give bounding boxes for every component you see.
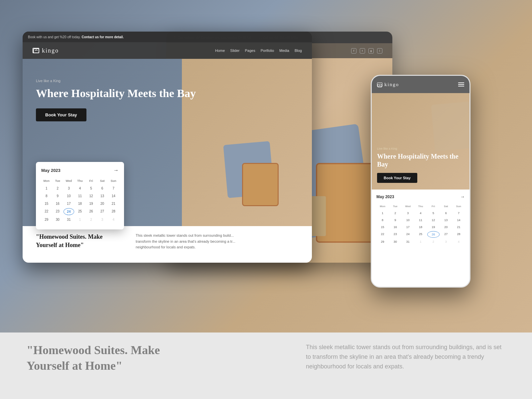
cal-day[interactable]: 27	[97, 208, 108, 215]
mobile-title: Where Hospitality Meets the Bay	[377, 152, 469, 168]
cal-day[interactable]: 29	[41, 216, 52, 223]
nav-portfolio[interactable]: Portfolio	[261, 49, 274, 53]
cal-day[interactable]: 1	[41, 185, 52, 192]
cal-day[interactable]: 2	[53, 185, 63, 192]
cal-day[interactable]: 26	[86, 208, 96, 215]
cal-day[interactable]: 6	[97, 185, 108, 192]
cal-day[interactable]: 9	[53, 193, 63, 199]
mobile-cal-day[interactable]: 31	[402, 239, 414, 245]
mobile-cal-day[interactable]: 25	[414, 231, 427, 238]
cal-day[interactable]: 18	[75, 200, 85, 207]
cal-day[interactable]: 23	[53, 208, 63, 215]
cal-day[interactable]: 5	[86, 185, 96, 192]
cal-day[interactable]: 10	[64, 193, 74, 199]
mobile-cal-day[interactable]: 11	[414, 217, 427, 223]
mobile-cal-day[interactable]: 8	[376, 217, 389, 223]
cal-day[interactable]: 4	[75, 185, 85, 192]
nav-slider[interactable]: Slider	[230, 49, 239, 53]
desktop-logo[interactable]: kingo	[33, 47, 59, 54]
mobile-cal-day[interactable]: 15	[376, 224, 389, 230]
mobile-cal-day-other[interactable]: 2	[427, 239, 440, 245]
cal-day[interactable]: 14	[108, 193, 119, 199]
cal-day[interactable]: 30	[53, 216, 63, 223]
cal-day[interactable]: 8	[41, 193, 52, 199]
cal-day[interactable]: 12	[86, 193, 96, 199]
mobile-cal-day[interactable]: 24	[402, 231, 414, 238]
mobile-cal-today[interactable]: 26	[427, 231, 440, 238]
instagram-icon[interactable]: i	[377, 48, 382, 54]
google-icon[interactable]: g	[368, 48, 374, 54]
facebook-icon[interactable]: f	[351, 48, 356, 54]
cal-day[interactable]: 15	[41, 200, 52, 207]
mobile-cal-day[interactable]: 22	[376, 231, 389, 238]
cal-day-other[interactable]: 2	[86, 216, 96, 223]
mobile-cal-day[interactable]: 27	[440, 231, 452, 238]
mobile-cal-day[interactable]: 16	[389, 224, 401, 230]
pillow-tan-sm	[242, 163, 279, 206]
desktop-description: This sleek metallic tower stands out fro…	[136, 233, 249, 250]
desktop-nav: kingo Home Slider Pages Portfolio Media …	[23, 42, 312, 59]
twitter-icon[interactable]: t	[360, 48, 365, 54]
mobile-cal-day[interactable]: 21	[453, 224, 465, 230]
calendar-month: May 2023	[41, 168, 61, 173]
mobile-cal-day[interactable]: 1	[376, 210, 389, 216]
mobile-cal-day-other[interactable]: 1	[414, 239, 427, 245]
cal-day[interactable]: 11	[75, 193, 85, 199]
cal-day-today[interactable]: 24	[64, 208, 74, 215]
svg-rect-0	[34, 49, 39, 53]
day-sun: Sun	[108, 178, 119, 184]
mobile-cal-day[interactable]: 7	[453, 210, 465, 216]
mobile-book-button[interactable]: Book Your Stay	[377, 173, 417, 183]
mobile-week-5: 29 30 31 1 2 3 4	[376, 239, 465, 245]
mobile-cal-day[interactable]: 29	[376, 239, 389, 245]
cal-day[interactable]: 7	[108, 185, 119, 192]
cal-day[interactable]: 19	[86, 200, 96, 207]
mobile-day-mon: Mon	[376, 203, 389, 209]
mobile-cal-day[interactable]: 19	[427, 224, 440, 230]
nav-blog[interactable]: Blog	[295, 49, 302, 53]
mobile-cal-day[interactable]: 12	[427, 217, 440, 223]
mobile-cal-day[interactable]: 23	[389, 231, 401, 238]
mobile-cal-day[interactable]: 4	[414, 210, 427, 216]
mobile-logo-icon	[377, 82, 382, 87]
mobile-cal-day[interactable]: 20	[440, 224, 452, 230]
mobile-cal-day[interactable]: 2	[389, 210, 401, 216]
mobile-hero-content: Live like a King Where Hospitality Meets…	[377, 147, 469, 183]
cal-day[interactable]: 22	[41, 208, 52, 215]
cal-day-other[interactable]: 4	[108, 216, 119, 223]
mobile-cal-day[interactable]: 13	[440, 217, 452, 223]
nav-pages[interactable]: Pages	[245, 49, 255, 53]
mobile-cal-day[interactable]: 3	[402, 210, 414, 216]
cal-day[interactable]: 16	[53, 200, 63, 207]
mobile-cal-day[interactable]: 17	[402, 224, 414, 230]
mobile-cal-day[interactable]: 28	[453, 231, 465, 238]
cal-day[interactable]: 21	[108, 200, 119, 207]
mobile-cal-day-other[interactable]: 4	[453, 239, 465, 245]
cal-day-other[interactable]: 3	[97, 216, 108, 223]
mobile-cal-day[interactable]: 5	[427, 210, 440, 216]
cal-day-other[interactable]: 1	[75, 216, 85, 223]
mobile-cal-day[interactable]: 6	[440, 210, 452, 216]
nav-home[interactable]: Home	[215, 49, 225, 53]
nav-media[interactable]: Media	[279, 49, 289, 53]
cal-day[interactable]: 25	[75, 208, 85, 215]
mobile-cal-day[interactable]: 30	[389, 239, 401, 245]
mobile-cal-day[interactable]: 9	[389, 217, 401, 223]
calendar-next-arrow[interactable]: →	[113, 167, 119, 173]
mobile-cal-day[interactable]: 10	[402, 217, 414, 223]
mobile-calendar-next[interactable]: →	[460, 194, 465, 200]
mobile-cal-day[interactable]: 18	[414, 224, 427, 230]
mobile-logo-text: kingo	[384, 82, 399, 87]
mobile-logo[interactable]: kingo	[377, 82, 399, 87]
mobile-cal-day-other[interactable]: 3	[440, 239, 452, 245]
svg-rect-1	[378, 84, 382, 87]
mobile-cal-day[interactable]: 14	[453, 217, 465, 223]
book-stay-button[interactable]: Book Your Stay	[36, 108, 86, 121]
cal-day[interactable]: 3	[64, 185, 74, 192]
cal-day[interactable]: 17	[64, 200, 74, 207]
hamburger-menu-icon[interactable]	[458, 82, 464, 86]
cal-day[interactable]: 28	[108, 208, 119, 215]
cal-day[interactable]: 13	[97, 193, 108, 199]
cal-day[interactable]: 31	[64, 216, 74, 223]
cal-day[interactable]: 20	[97, 200, 108, 207]
